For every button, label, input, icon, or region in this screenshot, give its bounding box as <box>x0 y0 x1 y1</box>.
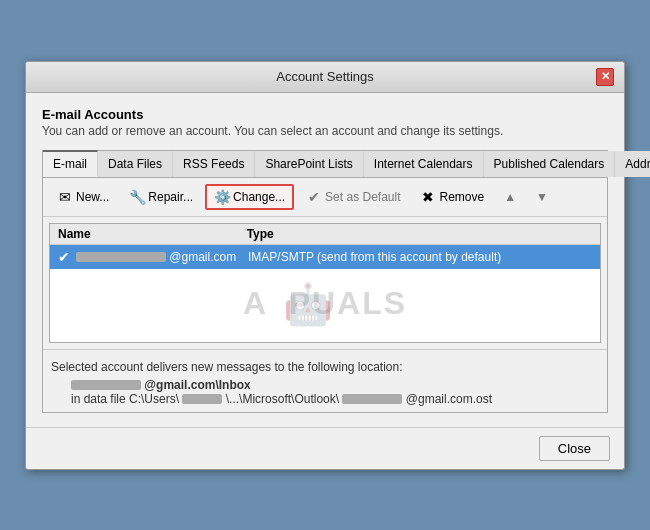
repair-icon: 🔧 <box>129 189 145 205</box>
change-icon: ⚙️ <box>214 189 230 205</box>
footer-line1-text: Selected account delivers new messages t… <box>51 360 403 374</box>
set-default-button[interactable]: ✔ Set as Default <box>298 185 408 209</box>
footer-data-file: in data file C:\Users\ \...\Microsoft\Ou… <box>71 392 599 406</box>
down-icon: ▼ <box>536 190 548 204</box>
blurred-filename <box>342 394 402 404</box>
blurred-user <box>182 394 222 404</box>
dialog-title: Account Settings <box>54 69 596 84</box>
remove-label: Remove <box>439 190 484 204</box>
tab-published-calendars[interactable]: Published Calendars <box>484 151 616 177</box>
up-icon: ▲ <box>504 190 516 204</box>
set-default-icon: ✔ <box>306 189 322 205</box>
toolbar: ✉ New... 🔧 Repair... ⚙️ Change... ✔ Set … <box>43 178 607 217</box>
repair-button[interactable]: 🔧 Repair... <box>121 185 201 209</box>
tab-internet-calendars[interactable]: Internet Calendars <box>364 151 484 177</box>
title-bar: Account Settings ✕ <box>26 62 624 93</box>
account-name: @gmail.com <box>76 250 248 264</box>
remove-icon: ✖ <box>420 189 436 205</box>
tab-sharepoint-lists[interactable]: SharePoint Lists <box>255 151 363 177</box>
footer-datafile-mid: \...\Microsoft\Outlook\ <box>226 392 339 406</box>
account-type: IMAP/SMTP (send from this account by def… <box>248 250 592 264</box>
remove-button[interactable]: ✖ Remove <box>412 185 492 209</box>
account-icon: ✔ <box>58 249 70 265</box>
list-header: Name Type <box>50 224 600 245</box>
change-label: Change... <box>233 190 285 204</box>
dialog-body: E-mail Accounts You can add or remove an… <box>26 93 624 427</box>
footer-blurred-email <box>71 378 144 392</box>
watermark: 🤖 A PUALS <box>50 269 600 339</box>
tab-address-books[interactable]: Address Books <box>615 151 650 177</box>
title-bar-close-button[interactable]: ✕ <box>596 68 614 86</box>
section-header: E-mail Accounts <box>42 107 608 122</box>
tab-rss-feeds[interactable]: RSS Feeds <box>173 151 255 177</box>
tab-email[interactable]: E-mail <box>43 150 98 177</box>
dialog-footer: Close <box>26 427 624 469</box>
new-label: New... <box>76 190 109 204</box>
change-button[interactable]: ⚙️ Change... <box>205 184 294 210</box>
tabs-container: E-mail Data Files RSS Feeds SharePoint L… <box>42 150 608 413</box>
footer-datafile-prefix: in data file C:\Users\ <box>71 392 179 406</box>
blurred-email <box>71 380 141 390</box>
down-button[interactable]: ▼ <box>528 186 556 208</box>
new-button[interactable]: ✉ New... <box>49 185 117 209</box>
footer-info: Selected account delivers new messages t… <box>43 349 607 412</box>
close-dialog-button[interactable]: Close <box>539 436 610 461</box>
table-row[interactable]: ✔ @gmail.com IMAP/SMTP (send from this a… <box>50 245 600 269</box>
new-icon: ✉ <box>57 189 73 205</box>
account-email-suffix: @gmail.com <box>169 250 236 264</box>
footer-email-bold: @gmail.com\Inbox <box>144 378 250 392</box>
watermark-icon: 🤖 <box>283 280 335 327</box>
col-type-header: Type <box>239 224 600 244</box>
set-default-label: Set as Default <box>325 190 400 204</box>
repair-label: Repair... <box>148 190 193 204</box>
account-settings-dialog: Account Settings ✕ E-mail Accounts You c… <box>25 61 625 470</box>
footer-datafile-end: @gmail.com.ost <box>406 392 492 406</box>
section-description: You can add or remove an account. You ca… <box>42 124 608 138</box>
tabs-row: E-mail Data Files RSS Feeds SharePoint L… <box>43 151 607 178</box>
col-name-header: Name <box>50 224 239 244</box>
tab-data-files[interactable]: Data Files <box>98 151 173 177</box>
blurred-name <box>76 252 166 262</box>
accounts-list: Name Type ✔ @gmail.com IMAP/SMTP (send f… <box>49 223 601 343</box>
footer-delivery-info: @gmail.com\Inbox <box>71 378 599 392</box>
footer-line1: Selected account delivers new messages t… <box>51 360 599 374</box>
up-button[interactable]: ▲ <box>496 186 524 208</box>
